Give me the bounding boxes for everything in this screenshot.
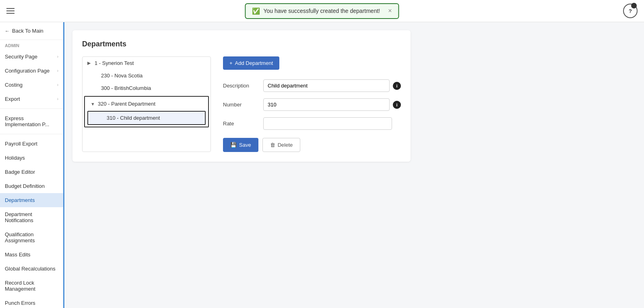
save-label: Save bbox=[239, 142, 251, 148]
topbar: ✅ You have successfully created the depa… bbox=[0, 0, 644, 22]
sidebar-item-departments[interactable]: Departments bbox=[0, 193, 63, 207]
back-arrow-icon: ← bbox=[5, 28, 10, 34]
delete-button[interactable]: 🗑 Delete bbox=[262, 138, 301, 152]
number-info-icon[interactable]: i bbox=[393, 101, 401, 109]
sidebar-divider bbox=[0, 108, 63, 109]
main-layout: ← Back To Main ADMIN Security Page › Con… bbox=[0, 22, 644, 308]
number-input[interactable] bbox=[263, 98, 390, 111]
tree-toggle-icon: ▼ bbox=[91, 102, 95, 106]
delete-label: Delete bbox=[278, 142, 293, 148]
notification-text: You have successfully created the depart… bbox=[263, 8, 380, 14]
add-department-button[interactable]: + Add Department bbox=[223, 56, 279, 70]
description-input[interactable] bbox=[263, 79, 390, 92]
description-row: Description i bbox=[223, 79, 401, 92]
save-icon: 💾 bbox=[230, 142, 237, 148]
department-form-wrapper: ▶ 1 - Synerion Test 230 - Nova Scotia 30… bbox=[82, 56, 401, 152]
sidebar: ← Back To Main ADMIN Security Page › Con… bbox=[0, 22, 64, 308]
configuration-page-label: Configuration Page bbox=[5, 68, 50, 74]
sidebar-item-dept-notifications[interactable]: Department Notifications bbox=[0, 207, 63, 227]
close-notification-icon[interactable]: × bbox=[388, 7, 392, 15]
tree-item-parent-department[interactable]: ▼ 320 - Parent Department bbox=[86, 98, 207, 110]
tree-toggle-icon: ▶ bbox=[87, 60, 92, 66]
number-label: Number bbox=[223, 102, 263, 108]
plus-icon: + bbox=[229, 60, 233, 66]
sidebar-item-budget-definition[interactable]: Budget Definition bbox=[0, 179, 63, 193]
admin-section-label: ADMIN bbox=[0, 40, 63, 50]
sidebar-item-holidays[interactable]: Holidays bbox=[0, 151, 63, 165]
add-department-label: Add Department bbox=[235, 60, 273, 66]
chevron-right-icon: › bbox=[57, 97, 58, 101]
sidebar-item-costing[interactable]: Costing › bbox=[0, 78, 63, 92]
sidebar-item-punch-errors[interactable]: Punch Errors bbox=[0, 296, 63, 308]
chevron-right-icon: › bbox=[57, 83, 58, 87]
back-to-main-button[interactable]: ← Back To Main bbox=[0, 22, 63, 40]
tree-item-nova-scotia[interactable]: 230 - Nova Scotia bbox=[83, 69, 211, 82]
save-button[interactable]: 💾 Save bbox=[223, 138, 258, 152]
trash-icon: 🗑 bbox=[270, 142, 275, 148]
tree-item-label: 230 - Nova Scotia bbox=[101, 73, 142, 79]
back-to-main-label: Back To Main bbox=[12, 28, 43, 34]
sidebar-item-badge-editor[interactable]: Badge Editor bbox=[0, 165, 63, 179]
sidebar-item-payroll-export[interactable]: Payroll Export bbox=[0, 137, 63, 151]
rate-row: Rate bbox=[223, 117, 401, 130]
tree-item-label: 320 - Parent Department bbox=[98, 101, 155, 107]
form-actions: 💾 Save 🗑 Delete bbox=[223, 138, 401, 152]
sidebar-item-export[interactable]: Export › bbox=[0, 92, 63, 106]
tree-item-label: 1 - Synerion Test bbox=[95, 60, 134, 66]
content-area: Departments ▶ 1 - Synerion Test 230 - No… bbox=[64, 22, 644, 308]
departments-card: Departments ▶ 1 - Synerion Test 230 - No… bbox=[72, 30, 411, 162]
department-form: + Add Department Description i Number i bbox=[211, 56, 401, 152]
hamburger-menu[interactable] bbox=[6, 8, 14, 14]
sidebar-item-qualification-assignments[interactable]: Qualification Assignments bbox=[0, 227, 63, 248]
costing-label: Costing bbox=[5, 82, 23, 88]
sidebar-item-security[interactable]: Security Page › bbox=[0, 50, 63, 64]
tree-item-label: 310 - Child department bbox=[107, 115, 160, 121]
sidebar-item-record-lock-management[interactable]: Record Lock Management bbox=[0, 276, 63, 296]
number-row: Number i bbox=[223, 98, 401, 111]
department-tree: ▶ 1 - Synerion Test 230 - Nova Scotia 30… bbox=[82, 56, 211, 152]
help-icon[interactable]: ? bbox=[623, 4, 638, 18]
rate-input[interactable] bbox=[263, 117, 392, 130]
tree-group-parent: ▼ 320 - Parent Department 310 - Child de… bbox=[84, 96, 209, 127]
description-info-icon[interactable]: i bbox=[393, 82, 401, 90]
check-icon: ✅ bbox=[252, 7, 260, 15]
sidebar-item-mass-edits[interactable]: Mass Edits bbox=[0, 248, 63, 262]
tree-item-label: 300 - BritishColumbia bbox=[101, 85, 151, 91]
tree-item-british-columbia[interactable]: 300 - BritishColumbia bbox=[83, 82, 211, 94]
tree-item-synerion-test[interactable]: ▶ 1 - Synerion Test bbox=[83, 57, 211, 69]
security-page-label: Security Page bbox=[5, 54, 37, 60]
sidebar-item-express-impl[interactable]: Express Implementation P... bbox=[0, 111, 63, 131]
sidebar-item-global-recalculations[interactable]: Global Recalculations bbox=[0, 262, 63, 276]
sidebar-item-configuration[interactable]: Configuration Page › bbox=[0, 64, 63, 78]
tree-item-child-department[interactable]: 310 - Child department bbox=[87, 111, 206, 125]
sidebar-divider bbox=[0, 134, 63, 134]
chevron-right-icon: › bbox=[57, 54, 58, 59]
notification-banner: ✅ You have successfully created the depa… bbox=[245, 3, 399, 19]
description-label: Description bbox=[223, 83, 263, 89]
export-label: Export bbox=[5, 96, 20, 102]
chevron-right-icon: › bbox=[57, 69, 58, 73]
rate-label: Rate bbox=[223, 121, 263, 127]
page-title: Departments bbox=[82, 40, 401, 48]
